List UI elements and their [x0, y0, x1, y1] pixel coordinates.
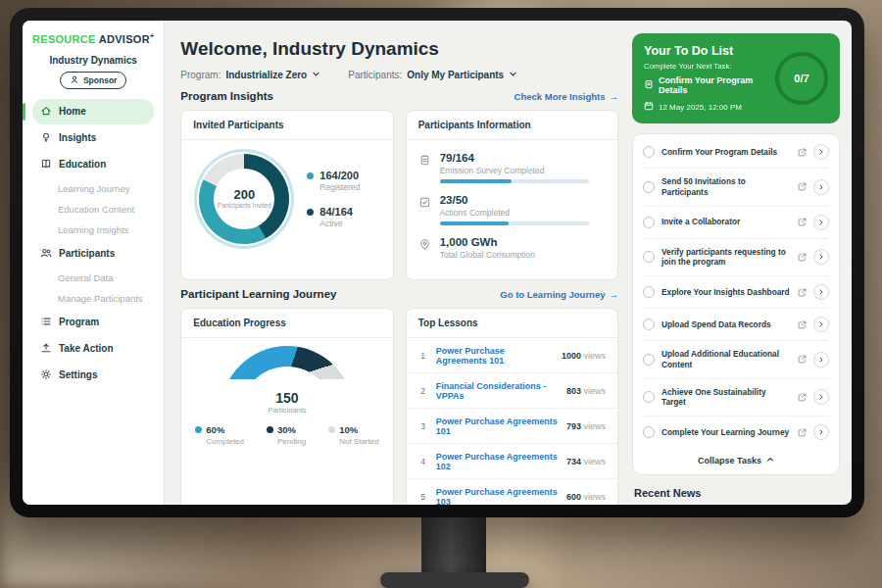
- program-select[interactable]: Program: Industrialize Zero: [180, 70, 320, 80]
- checkbox-icon[interactable]: [643, 217, 655, 228]
- sidebar-nav: Home Insights Education Learning Journey…: [32, 99, 154, 388]
- participants-select[interactable]: Participants: Only My Participants: [348, 70, 517, 80]
- org-name: Industry Dynamics: [32, 55, 154, 66]
- checkbox-icon[interactable]: [643, 354, 655, 366]
- main-content: Welcome, Industry Dynamics Program: Indu…: [165, 21, 632, 505]
- task-item[interactable]: Upload Spend Data Records: [643, 309, 829, 341]
- task-item[interactable]: Send 50 Invitations to Participants: [643, 169, 829, 207]
- sidebar-item-home[interactable]: Home: [32, 99, 154, 124]
- lesson-link[interactable]: Power Purchase Agreements 101: [436, 346, 554, 366]
- program-value: Industrialize Zero: [225, 70, 307, 80]
- donut-legend: 164/200 Registered 84/164 Active: [307, 170, 360, 228]
- gear-icon: [40, 368, 52, 382]
- registered-label: Registered: [319, 182, 360, 192]
- external-link-icon[interactable]: [798, 393, 807, 402]
- checkbox-icon[interactable]: [643, 146, 655, 158]
- go-to-learning-journey-link[interactable]: Go to Learning Journey →: [500, 289, 618, 300]
- lesson-row: 5 Power Purchase Agreements 103 600 view…: [407, 479, 617, 505]
- monitor-stand-neck: [421, 514, 486, 574]
- sidebar-item-learning-journey[interactable]: Learning Journey: [32, 178, 154, 199]
- checkbox-icon[interactable]: [643, 181, 655, 193]
- card-title: Top Lessons: [407, 309, 617, 338]
- sidebar-item-education[interactable]: Education: [32, 152, 154, 177]
- external-link-icon[interactable]: [798, 182, 807, 191]
- collapse-tasks-link[interactable]: Collapse Tasks: [643, 448, 829, 470]
- sidebar-item-settings[interactable]: Settings: [32, 363, 154, 388]
- task-item[interactable]: Complete Your Learning Journey: [643, 416, 829, 448]
- checkbox-icon[interactable]: [643, 391, 655, 403]
- sponsor-badge[interactable]: Sponsor: [60, 72, 126, 89]
- sidebar-item-take-action[interactable]: Take Action: [32, 336, 154, 362]
- calendar-icon: [644, 101, 654, 113]
- task-label: Upload Spend Data Records: [662, 319, 791, 330]
- task-label: Complete Your Learning Journey: [662, 427, 791, 438]
- chevron-right-icon[interactable]: [813, 352, 829, 368]
- task-item[interactable]: Confirm Your Program Details: [643, 136, 829, 169]
- todo-summary-card: Your To Do List Complete Your Next Task:…: [632, 33, 840, 123]
- todo-column: Your To Do List Complete Your Next Task:…: [632, 21, 852, 505]
- stat-label: Total Global Consumption: [440, 250, 535, 260]
- external-link-icon[interactable]: [798, 355, 807, 364]
- sidebar-item-program[interactable]: Program: [32, 310, 154, 335]
- legend-pct: 60%: [206, 424, 224, 435]
- chevron-right-icon[interactable]: [813, 215, 829, 230]
- learning-journey-section-header: Participant Learning Journey Go to Learn…: [180, 288, 618, 300]
- external-link-icon[interactable]: [798, 148, 807, 157]
- sidebar-item-general-data[interactable]: General Data: [32, 268, 154, 288]
- checkbox-icon[interactable]: [643, 286, 655, 298]
- task-item[interactable]: Achieve One Sustainability Target: [643, 379, 829, 417]
- legend-item-active: 84/164 Active: [307, 206, 360, 228]
- chevron-right-icon[interactable]: [813, 317, 829, 332]
- lesson-row: 4 Power Purchase Agreements 102 734 view…: [407, 444, 617, 479]
- monitor-stand-base: [380, 572, 529, 588]
- external-link-icon[interactable]: [798, 428, 807, 437]
- checkbox-icon[interactable]: [643, 251, 655, 263]
- card-title: Invited Participants: [181, 111, 392, 140]
- external-link-icon[interactable]: [798, 320, 807, 329]
- todo-progress-ring: 0/7: [775, 52, 828, 105]
- checkbox-icon[interactable]: [643, 426, 655, 438]
- legend-dot: [307, 172, 314, 179]
- todo-datetime-label: 12 May 2025, 12:00 PM: [659, 103, 742, 112]
- chevron-right-icon[interactable]: [813, 389, 829, 405]
- participants-information-body: 79/164 Emission Survey Completed 23/50 A…: [407, 140, 617, 279]
- sidebar-item-label: Insights: [59, 132, 96, 143]
- external-link-icon[interactable]: [798, 218, 807, 226]
- sidebar-item-manage-participants[interactable]: Manage Participants: [32, 288, 154, 309]
- section-title-learning-journey: Participant Learning Journey: [180, 288, 336, 300]
- check-more-insights-link[interactable]: Check More Insights →: [514, 91, 618, 102]
- logo-advisor: ADVISOR: [99, 33, 150, 45]
- task-item[interactable]: Verify participants requesting to join t…: [643, 239, 829, 277]
- lesson-link[interactable]: Power Purchase Agreements 102: [436, 452, 559, 471]
- sidebar-item-label: Settings: [59, 369, 97, 380]
- chevron-right-icon[interactable]: [813, 144, 829, 160]
- chevron-right-icon[interactable]: [813, 284, 829, 300]
- task-item[interactable]: Explore Your Insights Dashboard: [643, 276, 829, 309]
- program-insights-section-header: Program Insights Check More Insights →: [180, 90, 618, 102]
- external-link-icon[interactable]: [798, 253, 807, 262]
- sidebar-item-education-content[interactable]: Education Content: [32, 199, 154, 220]
- gauge-label: Participants: [220, 406, 354, 413]
- chevron-right-icon[interactable]: [813, 249, 829, 265]
- lesson-rank: 5: [418, 492, 428, 502]
- stat-value: 79/164: [440, 152, 589, 164]
- arrow-right-icon: →: [610, 91, 619, 102]
- sidebar-item-learning-insights[interactable]: Learning Insights: [32, 220, 154, 240]
- todo-next-task[interactable]: Confirm Your Program Details: [644, 75, 767, 95]
- chevron-right-icon[interactable]: [813, 179, 829, 195]
- sidebar-item-participants[interactable]: Participants: [32, 241, 154, 267]
- task-item[interactable]: Invite a Collaborator: [643, 207, 829, 239]
- lesson-link[interactable]: Power Purchase Agreements 103: [436, 487, 559, 506]
- sidebar-item-insights[interactable]: Insights: [32, 125, 154, 151]
- checkbox-icon[interactable]: [643, 318, 655, 330]
- task-item[interactable]: Upload Additional Educational Content: [643, 341, 829, 379]
- external-link-icon[interactable]: [798, 288, 807, 297]
- stat-label: Emission Survey Completed: [440, 166, 589, 175]
- lesson-link[interactable]: Financial Considerations - VPPAs: [436, 381, 559, 401]
- lesson-link[interactable]: Power Purchase Agreements 101: [436, 416, 559, 436]
- chevron-right-icon[interactable]: [813, 424, 829, 440]
- collapse-tasks-label: Collapse Tasks: [698, 456, 761, 466]
- invited-card-body: 200 Participants Invited 164/200 Registe: [181, 140, 392, 258]
- stat-value: 23/50: [440, 194, 589, 206]
- legend-item-not-started: 10% Not Started: [328, 424, 378, 446]
